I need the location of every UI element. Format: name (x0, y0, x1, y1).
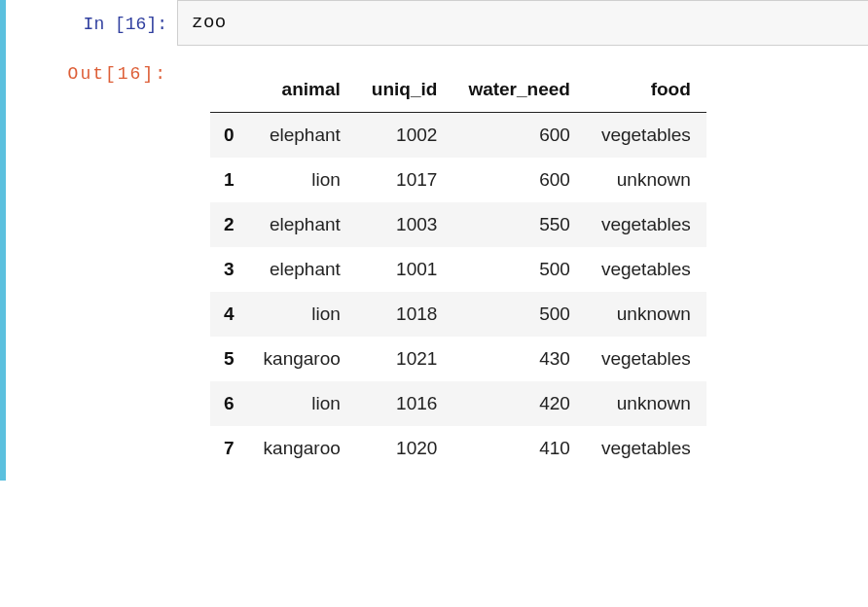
cell-food: vegetables (586, 426, 706, 471)
input-prompt: In [16]: (6, 0, 177, 46)
code-input[interactable]: zoo (177, 0, 868, 46)
cell-food: vegetables (586, 247, 706, 292)
row-index: 3 (210, 247, 248, 292)
cell-animal: kangaroo (248, 337, 356, 381)
row-index: 6 (210, 381, 248, 426)
cell-uniq_id: 1021 (356, 337, 453, 381)
table-corner (210, 69, 248, 113)
table-row: 4lion1018500unknown (210, 292, 706, 337)
cell-uniq_id: 1002 (356, 112, 453, 158)
col-header: food (586, 69, 706, 113)
cell-uniq_id: 1018 (356, 292, 453, 337)
cell-water_need: 420 (452, 381, 586, 426)
table-row: 5kangaroo1021430vegetables (210, 337, 706, 381)
cell-animal: lion (248, 292, 356, 337)
cell-animal: lion (248, 158, 356, 202)
cell-animal: kangaroo (248, 426, 356, 471)
cell-uniq_id: 1020 (356, 426, 453, 471)
out-prompt-label: Out[16]: (68, 64, 167, 84)
cell-animal: elephant (248, 202, 356, 247)
cell-water_need: 410 (452, 426, 586, 471)
row-index: 5 (210, 337, 248, 381)
table-row: 2elephant1003550vegetables (210, 202, 706, 247)
cell-content: zoo (177, 0, 868, 46)
cell-water_need: 500 (452, 247, 586, 292)
cell-animal: elephant (248, 112, 356, 158)
cell-food: unknown (586, 292, 706, 337)
col-header: water_need (452, 69, 586, 113)
row-index: 1 (210, 158, 248, 202)
output-row: Out[16]: animal uniq_id water_need food … (0, 46, 868, 481)
row-index: 0 (210, 112, 248, 158)
dataframe-table: animal uniq_id water_need food 0elephant… (210, 69, 706, 471)
cell-water_need: 430 (452, 337, 586, 381)
cell-uniq_id: 1001 (356, 247, 453, 292)
cell-water_need: 600 (452, 112, 586, 158)
cell-animal: elephant (248, 247, 356, 292)
cell-food: unknown (586, 158, 706, 202)
table-row: 7kangaroo1020410vegetables (210, 426, 706, 471)
table-row: 0elephant1002600vegetables (210, 112, 706, 158)
cell-uniq_id: 1003 (356, 202, 453, 247)
cell-uniq_id: 1017 (356, 158, 453, 202)
cell-uniq_id: 1016 (356, 381, 453, 426)
row-index: 7 (210, 426, 248, 471)
table-header-row: animal uniq_id water_need food (210, 69, 706, 113)
notebook-cell: In [16]: zoo (0, 0, 868, 46)
row-index: 2 (210, 202, 248, 247)
cell-animal: lion (248, 381, 356, 426)
cell-water_need: 600 (452, 158, 586, 202)
in-prompt-label: In [16]: (84, 15, 167, 34)
cell-water_need: 500 (452, 292, 586, 337)
output-area: animal uniq_id water_need food 0elephant… (177, 46, 716, 481)
col-header: animal (248, 69, 356, 113)
table-row: 3elephant1001500vegetables (210, 247, 706, 292)
cell-water_need: 550 (452, 202, 586, 247)
output-prompt: Out[16]: (6, 46, 177, 481)
cell-food: vegetables (586, 202, 706, 247)
cell-food: unknown (586, 381, 706, 426)
col-header: uniq_id (356, 69, 453, 113)
table-row: 6lion1016420unknown (210, 381, 706, 426)
cell-food: vegetables (586, 337, 706, 381)
row-index: 4 (210, 292, 248, 337)
table-row: 1lion1017600unknown (210, 158, 706, 202)
cell-food: vegetables (586, 112, 706, 158)
